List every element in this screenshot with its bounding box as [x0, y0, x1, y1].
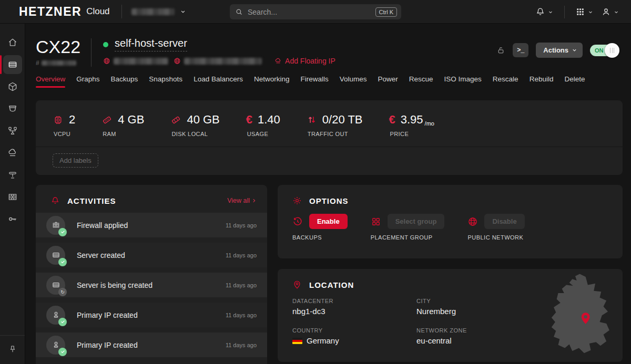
search-box[interactable]: Ctrl K	[230, 4, 401, 19]
floating-ip-icon	[274, 57, 282, 65]
view-all-link[interactable]: View all	[227, 197, 257, 204]
view-all-label: View all	[227, 197, 250, 204]
apps-menu[interactable]	[575, 7, 594, 17]
tab-rescue[interactable]: Rescue	[409, 75, 433, 88]
options-title: OPTIONS	[309, 196, 349, 205]
server-plan-block: CX22 #	[36, 37, 80, 67]
sidebar-item-networks[interactable]	[3, 121, 22, 140]
location-pin-icon	[292, 280, 302, 289]
tab-load-balancers[interactable]: Load Balancers	[194, 75, 243, 88]
sidebar-item-firewalls[interactable]	[3, 188, 22, 206]
stat-label: TRAFFIC OUT	[307, 131, 363, 137]
tab-firewalls[interactable]: Firewalls	[300, 75, 328, 88]
tab-delete[interactable]: Delete	[564, 75, 585, 88]
select-placement-group-button[interactable]: Select group	[388, 214, 445, 229]
pin-sidebar-icon	[8, 345, 17, 354]
tab-rescale[interactable]: Rescale	[493, 75, 518, 88]
stat-value: 4 GB	[118, 113, 144, 127]
activity-time: 11 days ago	[226, 312, 257, 318]
search-shortcut: Ctrl K	[375, 7, 398, 17]
tab-networking[interactable]: Networking	[254, 75, 290, 88]
divider	[91, 38, 91, 67]
sidebar-item-volumes[interactable]	[3, 77, 22, 96]
sidebar-item-security[interactable]	[3, 210, 22, 228]
chevron-right-icon	[251, 198, 257, 203]
pin-sidebar-button[interactable]	[3, 340, 22, 359]
traffic-icon	[307, 115, 317, 125]
search-input[interactable]	[248, 8, 375, 16]
backups-icon	[292, 216, 303, 227]
activity-row[interactable]: Primary IP created 11 days ago	[36, 332, 267, 357]
tab-volumes[interactable]: Volumes	[340, 75, 367, 88]
sidebar-item-load-balancers[interactable]	[3, 99, 22, 118]
option-placement-group: Select group PLACEMENT GROUP	[371, 214, 445, 241]
redacted-ipv6	[184, 58, 262, 65]
activity-row[interactable]: Server created 11 days ago	[36, 243, 267, 267]
sidebar-item-servers[interactable]	[3, 55, 22, 74]
account-menu[interactable]	[601, 7, 619, 17]
networks-icon	[7, 126, 18, 136]
field-datacenter: DATACENTER nbg1-dc3	[292, 298, 416, 316]
disable-public-network-button[interactable]: Disable	[484, 214, 524, 229]
power-toggle[interactable]: ON	[590, 45, 616, 56]
console-button[interactable]: >_	[513, 43, 528, 57]
tab-iso-images[interactable]: ISO Images	[444, 75, 482, 88]
germany-flag-icon	[292, 338, 302, 344]
server-name[interactable]: self-host-server	[115, 37, 187, 51]
server-id-prefix: #	[36, 59, 39, 67]
stat-value: 40 GB	[187, 113, 219, 127]
actions-button[interactable]: Actions	[536, 43, 583, 58]
enable-backups-button[interactable]: Enable	[309, 214, 348, 229]
add-floating-ip-link[interactable]: Add Floating IP	[274, 57, 335, 65]
power-toggle-knob[interactable]	[605, 43, 619, 58]
tab-backups[interactable]: Backups	[111, 75, 138, 88]
tab-snapshots[interactable]: Snapshots	[149, 75, 182, 88]
sidebar-item-floating-ips[interactable]	[3, 143, 22, 162]
project-selector[interactable]	[131, 8, 187, 15]
sidebar	[0, 24, 25, 364]
redacted-server-id	[42, 60, 76, 66]
primary-ips-icon	[7, 170, 18, 180]
top-bar: HETZNER Cloud Ctrl K	[0, 0, 631, 24]
sidebar-item-primary-ips[interactable]	[3, 165, 22, 184]
gear-icon	[292, 196, 302, 205]
placement-group-icon	[371, 216, 381, 227]
option-label: BACKUPS	[292, 234, 348, 241]
stat-value: 1.40	[258, 113, 280, 127]
location-panel: LOCATION DATACENTER nbg1-dc3 CITY Nuremb…	[278, 269, 623, 362]
divider	[564, 6, 565, 18]
sidebar-footer	[0, 335, 25, 364]
ipv6-address	[174, 57, 262, 65]
add-labels-button[interactable]: Add labels	[53, 153, 98, 168]
activity-row[interactable]: Firewall applied 11 days ago	[36, 213, 267, 237]
stat-label: PRICE	[389, 131, 434, 137]
servers-icon	[7, 59, 18, 70]
sidebar-item-home[interactable]	[3, 33, 22, 52]
tab-graphs[interactable]: Graphs	[76, 75, 99, 88]
field-network-zone: NETWORK ZONE eu-central	[416, 327, 541, 345]
field-value: nbg1-dc3	[292, 307, 416, 316]
tab-rebuild[interactable]: Rebuild	[530, 75, 554, 88]
firewall-icon	[52, 221, 60, 230]
tab-overview[interactable]: Overview	[36, 75, 65, 88]
stat-disk: 40 GB DISK LOCAL	[170, 113, 219, 137]
notifications-menu[interactable]	[535, 7, 554, 17]
stat-label: VCPU	[53, 131, 75, 137]
security-icon	[7, 214, 18, 224]
location-title: LOCATION	[309, 280, 354, 289]
stat-value: 2	[69, 113, 75, 127]
ip-icon	[52, 340, 60, 349]
actions-label: Actions	[543, 46, 568, 54]
unlock-icon[interactable]	[496, 45, 505, 55]
success-badge	[58, 348, 67, 356]
stat-vcpu: 2 VCPU	[53, 113, 75, 137]
server-icon	[52, 251, 60, 259]
field-label: NETWORK ZONE	[416, 327, 541, 334]
stat-value: 3.95	[401, 113, 423, 127]
success-badge	[58, 228, 67, 236]
activity-row[interactable]: ↻ Server is being created 11 days ago	[36, 273, 267, 297]
option-label: PLACEMENT GROUP	[371, 234, 445, 241]
tab-power[interactable]: Power	[378, 75, 398, 88]
hetzner-logo: HETZNER	[19, 5, 82, 19]
activity-row[interactable]: Primary IP created 11 days ago	[36, 303, 267, 327]
